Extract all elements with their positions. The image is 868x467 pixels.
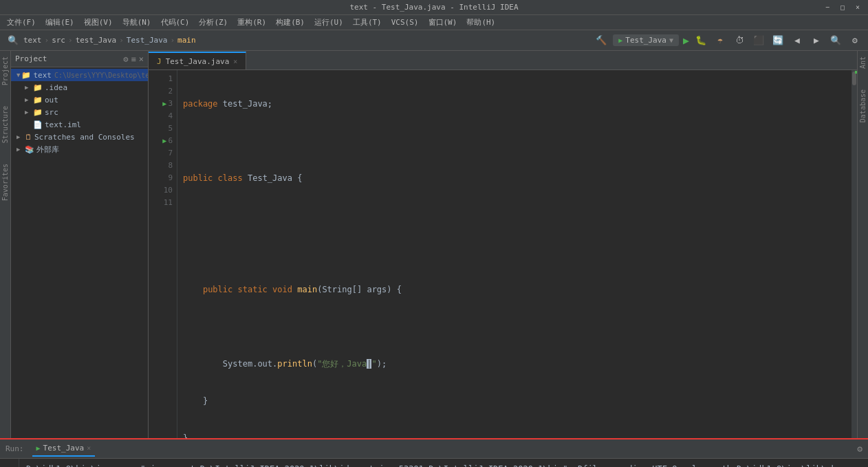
tree-item-lib[interactable]: ▶ 📚 外部库 bbox=[11, 143, 148, 155]
panel-settings-icon[interactable]: ⚙ bbox=[123, 54, 128, 64]
tree-label-out: out bbox=[45, 96, 58, 105]
run-tab-run-icon: ▶ bbox=[36, 444, 41, 452]
toolbar-search-icon[interactable]: 🔍 bbox=[6, 33, 21, 48]
tab-close-icon[interactable]: × bbox=[233, 58, 237, 65]
project-tree: ▼ 📁 text C:\Users\YYY\Desktop\text ▶ 📁 .… bbox=[11, 67, 148, 438]
minimize-button[interactable]: − bbox=[823, 3, 832, 12]
menu-view[interactable]: 视图(V) bbox=[80, 16, 117, 29]
editor-scrollbar[interactable] bbox=[851, 70, 857, 438]
menu-help[interactable]: 帮助(H) bbox=[462, 16, 499, 29]
toolbar-hammer-icon[interactable]: 🔨 bbox=[594, 33, 609, 48]
breadcrumb-src: src bbox=[52, 36, 65, 45]
menu-build[interactable]: 构建(B) bbox=[272, 16, 309, 29]
tree-label-iml: text.iml bbox=[45, 120, 81, 129]
rerun-button[interactable]: ▶ bbox=[2, 461, 17, 467]
menu-analyze[interactable]: 分析(Z) bbox=[195, 16, 232, 29]
coverage-button[interactable]: ☂ bbox=[713, 33, 728, 48]
bottom-panel: Run: ▶ Test_Java × ⚙ ▶ ↑ ↓ ⬛ ≡ 📌 🗑 D:\jd… bbox=[0, 438, 868, 467]
tree-label-lib: 外部库 bbox=[36, 144, 59, 155]
code-content[interactable]: package test_Java; public class Test_Jav… bbox=[177, 70, 851, 438]
maximize-button[interactable]: □ bbox=[838, 3, 847, 12]
tree-item-src[interactable]: ▶ 📁 src bbox=[11, 106, 148, 118]
favorites-tab-left[interactable]: Favorites bbox=[0, 161, 10, 204]
line-num-11: 11 bbox=[149, 197, 173, 209]
run-tab-label: Test_Java bbox=[43, 444, 85, 453]
breadcrumb: text › src › test_Java › Test_Java › mai… bbox=[23, 36, 196, 45]
code-line-9: } bbox=[183, 395, 846, 407]
run-tab-close-icon[interactable]: × bbox=[87, 444, 91, 452]
title-bar-title: text - Test_Java.java - IntelliJ IDEA bbox=[349, 3, 518, 12]
structure-tab[interactable]: Structure bbox=[0, 103, 10, 146]
line-num-2: 2 bbox=[149, 85, 173, 98]
code-line-8: System.out.println("您好，Java|"); bbox=[183, 358, 846, 370]
tree-label-text: text bbox=[33, 71, 52, 80]
menu-window[interactable]: 窗口(W) bbox=[424, 16, 462, 29]
run-content-area: ▶ ↑ ↓ ⬛ ≡ 📌 🗑 D:\jdk1.8\bin\java.exe "-j… bbox=[0, 459, 868, 467]
run-button[interactable]: ▶ bbox=[683, 34, 689, 47]
ant-tab[interactable]: Ant bbox=[858, 54, 868, 72]
line-num-4: 4 bbox=[149, 110, 173, 122]
panel-header: Project ⚙ ≡ × bbox=[11, 51, 148, 67]
settings-icon[interactable]: ⚙ bbox=[847, 33, 862, 48]
panel-icons: ⚙ ≡ × bbox=[123, 54, 144, 64]
toolbar-right: 🔨 ▶ Test_Java ▼ ▶ 🐛 ☂ ⏱ ⬛ 🔄 ◀ ▶ 🔍 ⚙ bbox=[594, 33, 862, 48]
code-editor[interactable]: 1 2 ▶3 4 5 ▶6 7 8 9 10 11 package test_J… bbox=[149, 70, 857, 438]
editor-tab-testjava[interactable]: J Test_Java.java × bbox=[149, 52, 246, 69]
folder-icon-text: 📁 bbox=[21, 71, 31, 80]
panel-title: Project bbox=[15, 54, 47, 63]
folder-icon-out: 📁 bbox=[33, 96, 43, 105]
breadcrumb-text: text bbox=[23, 36, 42, 45]
profile-button[interactable]: ⏱ bbox=[732, 33, 747, 48]
code-line-2 bbox=[183, 135, 846, 147]
line-num-5: 5 bbox=[149, 122, 173, 135]
run-output[interactable]: D:\jdk1.8\bin\java.exe "-javaagent:D:\In… bbox=[19, 459, 868, 467]
run-tab-testjava[interactable]: ▶ Test_Java × bbox=[32, 442, 96, 457]
menu-file[interactable]: 文件(F) bbox=[3, 16, 40, 29]
main-layout: Project Structure Favorites Project ⚙ ≡ … bbox=[0, 51, 868, 438]
stop-button[interactable]: ⬛ bbox=[751, 33, 766, 48]
breadcrumb-package: test_Java bbox=[76, 36, 117, 45]
menu-vcs[interactable]: VCS(S) bbox=[387, 17, 423, 28]
run-panel-header: Run: ▶ Test_Java × ⚙ bbox=[0, 439, 868, 459]
line-num-3: ▶3 bbox=[149, 98, 173, 110]
menu-refactor[interactable]: 重构(R) bbox=[233, 16, 270, 29]
run-config-name: Test_Java bbox=[625, 36, 666, 45]
menu-navigate[interactable]: 导航(N) bbox=[118, 16, 155, 29]
debug-button[interactable]: 🐛 bbox=[693, 33, 708, 48]
menu-tools[interactable]: 工具(T) bbox=[349, 16, 386, 29]
forward-button[interactable]: ▶ bbox=[809, 33, 824, 48]
folder-icon-idea: 📁 bbox=[33, 83, 43, 92]
tree-item-iml[interactable]: ▶ 📄 text.iml bbox=[11, 118, 148, 131]
run-panel-icons: ⚙ bbox=[857, 444, 862, 454]
back-button[interactable]: ◀ bbox=[790, 33, 805, 48]
panel-close-icon[interactable]: × bbox=[139, 54, 144, 64]
title-bar-controls: − □ × bbox=[823, 3, 862, 12]
tree-item-idea[interactable]: ▶ 📁 .idea bbox=[11, 81, 148, 94]
project-tab[interactable]: Project bbox=[0, 54, 10, 88]
run-configuration[interactable]: ▶ Test_Java ▼ bbox=[613, 34, 679, 46]
tree-item-text[interactable]: ▼ 📁 text C:\Users\YYY\Desktop\text bbox=[11, 69, 148, 81]
menu-code[interactable]: 代码(C) bbox=[157, 16, 194, 29]
tree-item-scratches[interactable]: ▶ 🗒 Scratches and Consoles bbox=[11, 131, 148, 143]
line-num-8: 8 bbox=[149, 160, 173, 172]
search-everywhere-icon[interactable]: 🔍 bbox=[828, 33, 843, 48]
tree-item-out[interactable]: ▶ 📁 out bbox=[11, 94, 148, 106]
tree-arrow-idea: ▶ bbox=[25, 84, 32, 91]
java-file-icon: J bbox=[157, 57, 162, 66]
code-line-10: } bbox=[183, 432, 846, 438]
line-num-7: 7 bbox=[149, 147, 173, 160]
menu-bar: 文件(F) 编辑(E) 视图(V) 导航(N) 代码(C) 分析(Z) 重构(R… bbox=[0, 15, 868, 30]
menu-run[interactable]: 运行(U) bbox=[310, 16, 347, 29]
refresh-button[interactable]: 🔄 bbox=[770, 33, 785, 48]
panel-layout-icon[interactable]: ≡ bbox=[131, 54, 136, 64]
run-line-3-icon[interactable]: ▶ bbox=[162, 100, 166, 107]
database-tab[interactable]: Database bbox=[858, 87, 868, 125]
run-line-6-icon[interactable]: ▶ bbox=[162, 137, 166, 144]
line-num-10: 10 bbox=[149, 184, 173, 197]
close-button[interactable]: × bbox=[853, 3, 862, 12]
code-line-4 bbox=[183, 209, 846, 221]
lib-icon: 📚 bbox=[25, 145, 34, 154]
menu-edit[interactable]: 编辑(E) bbox=[41, 16, 78, 29]
folder-icon-src: 📁 bbox=[33, 108, 43, 117]
run-settings-icon[interactable]: ⚙ bbox=[857, 444, 862, 454]
